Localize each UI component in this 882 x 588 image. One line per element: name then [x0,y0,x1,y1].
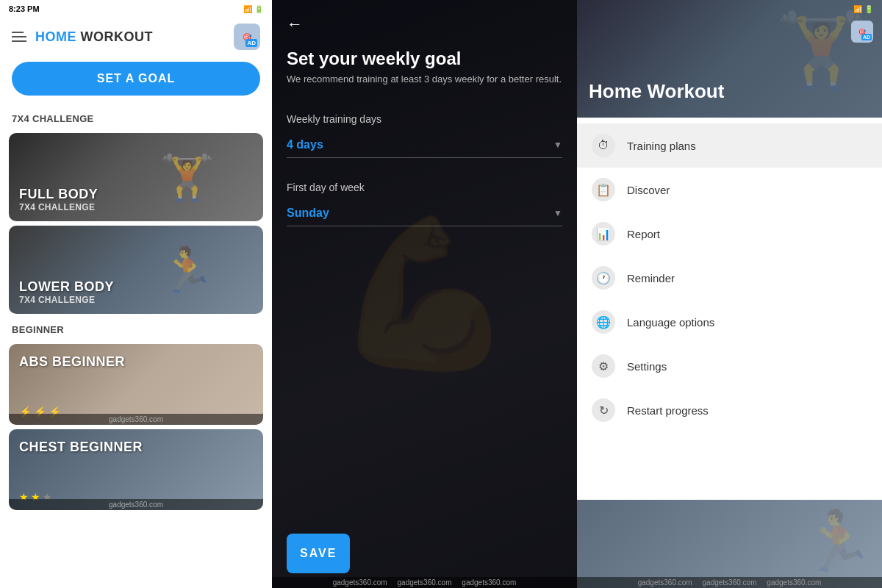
right-hero: 🏋 Home Workout 🎯 [577,0,882,118]
nav-menu: ⏱ Training plans 📋 Discover 📊 Report 🕐 R… [577,118,882,500]
ad-badge: 🎯 [234,24,260,50]
back-button[interactable]: ← [287,15,303,34]
top-bar-left: HOME WORKOUT [12,29,153,45]
nav-item-discover[interactable]: 📋 Discover [577,168,882,212]
first-day-value: Sunday [287,207,329,220]
lower-body-subtitle: 7X4 CHALLENGE [19,295,114,305]
right-status-icons: 📶 🔋 [853,5,873,13]
training-plans-icon: ⏱ [592,134,615,157]
modal-subtitle: We recommend training at least 3 days we… [272,72,577,101]
status-icons: 📶 🔋 [243,5,263,13]
right-ad-badge: 🎯 [851,21,873,43]
section-beginner-title: BEGINNER [0,318,272,340]
weekly-days-dropdown[interactable]: 4 days ▼ [287,132,562,158]
language-options-icon: 🌐 [592,310,615,334]
preview-figure-icon: 🏃 [801,507,875,576]
full-body-text: FULL BODY 7X4 CHALLENGE [19,187,98,212]
nav-item-restart-progress[interactable]: ↻ Restart progress [577,388,882,432]
chest-title: CHEST BEGINNER [19,440,143,455]
nav-item-settings[interactable]: ⚙ Settings [577,344,882,388]
save-button[interactable]: SAVE [287,534,350,573]
abs-watermark: gadgets360.com [9,414,263,425]
bg-figure-icon: 💪 [333,208,517,381]
status-bar: 8:23 PM 📶 🔋 [0,0,272,18]
abs-text: ABS BEGINNER [19,354,125,370]
restart-progress-label: Restart progress [627,404,709,417]
app-title: HOME WORKOUT [35,29,153,45]
chest-text: CHEST BEGINNER [19,440,143,455]
reminder-label: Reminder [627,272,675,284]
lower-body-figure: 🏃 [110,226,263,314]
weekly-days-value: 4 days [287,138,323,151]
hero-title: Home Workout [589,80,724,103]
nav-item-training-plans[interactable]: ⏱ Training plans [577,123,882,168]
report-label: Report [627,228,660,240]
set-goal-button[interactable]: SET A GOAL [12,62,260,96]
abs-title: ABS BEGINNER [19,354,125,370]
left-content: 7X4 CHALLENGE 🏋 FULL BODY 7X4 CHALLENGE … [0,101,272,588]
report-icon: 📊 [592,222,615,245]
discover-label: Discover [627,184,670,196]
discover-icon: 📋 [592,178,615,201]
nav-item-language-options[interactable]: 🌐 Language options [577,300,882,344]
right-workout-preview: 🏃 gadgets360.com gadgets360.com gadgets3… [577,500,882,588]
first-day-arrow: ▼ [553,208,562,218]
restart-progress-icon: ↻ [592,398,615,422]
right-status-bar: 📶 🔋 [577,0,882,18]
full-body-title: FULL BODY [19,187,98,202]
modal-bottom: gadgets360.com gadgets360.com gadgets360… [272,519,577,588]
status-time: 8:23 PM [9,4,40,13]
section-7x4-title: 7X4 CHALLENGE [0,107,272,129]
right-panel: 📶 🔋 🏋 Home Workout 🎯 ⏱ Training plans 📋 … [577,0,882,588]
app-title-home: HOME [35,29,76,44]
modal-header: ← [272,0,577,41]
weekly-training-section: Weekly training days 4 days ▼ [272,101,577,170]
weekly-dropdown-arrow: ▼ [553,140,562,150]
full-body-figure: 🏋 [110,133,263,221]
right-signal-icons: 📶 🔋 [853,5,873,13]
full-body-card[interactable]: 🏋 FULL BODY 7X4 CHALLENGE [9,133,263,221]
modal-title: Set your weekly goal [272,41,577,72]
lower-body-card[interactable]: 🏃 LOWER BODY 7X4 CHALLENGE [9,226,263,314]
chest-beginner-card[interactable]: CHEST BEGINNER ★ ★ ★ gadgets360.com [9,429,263,510]
middle-panel: 💪 ← Set your weekly goal We recommend tr… [272,0,577,588]
chest-watermark: gadgets360.com [9,499,263,510]
hamburger-menu-icon[interactable] [12,32,26,42]
settings-icon: ⚙ [592,354,615,378]
top-bar: HOME WORKOUT 🎯 [0,18,272,56]
lower-body-title: LOWER BODY [19,279,114,295]
nav-item-report[interactable]: 📊 Report [577,212,882,256]
signal-icons: 📶 🔋 [243,5,263,13]
weekly-label: Weekly training days [287,113,562,125]
body-figure-icon: 🏋 [159,151,215,204]
right-watermark: gadgets360.com gadgets360.com gadgets360… [577,577,882,588]
language-options-label: Language options [627,316,714,329]
full-body-subtitle: 7X4 CHALLENGE [19,202,98,212]
modal-watermark: gadgets360.com gadgets360.com gadgets360… [272,577,577,588]
abs-beginner-card[interactable]: ABS BEGINNER ⚡ ⚡ ⚡ gadgets360.com [9,344,263,425]
reminder-icon: 🕐 [592,266,615,290]
settings-label: Settings [627,360,667,373]
app-title-workout: WORKOUT [81,29,153,44]
first-day-label: First day of week [287,182,562,193]
lower-body-text: LOWER BODY 7X4 CHALLENGE [19,279,114,305]
lower-body-figure-icon: 🏃 [159,244,215,296]
training-plans-label: Training plans [627,140,696,152]
left-panel: 8:23 PM 📶 🔋 HOME WORKOUT 🎯 SET A GOAL 7X… [0,0,272,588]
nav-item-reminder[interactable]: 🕐 Reminder [577,256,882,300]
